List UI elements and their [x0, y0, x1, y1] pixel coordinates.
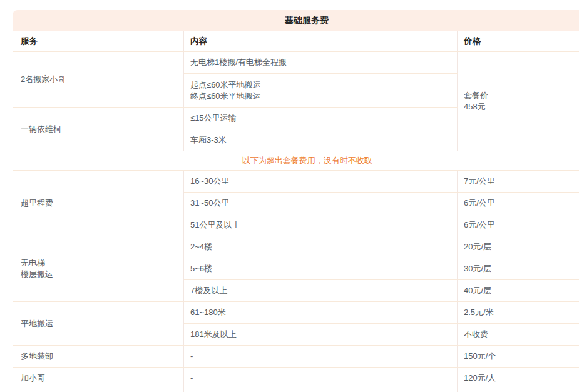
service-cell: 超里程费 [13, 171, 184, 236]
content-cell: 51公里及以上 [184, 214, 458, 236]
price-cell: 2.5元/米 [458, 302, 579, 324]
service-cell: 无电梯 楼层搬运 [13, 236, 184, 302]
price-cell: 150元/个 [458, 346, 579, 368]
table-row: 加小哥 - 120元/人 [13, 368, 579, 389]
price-cell: 20元/层 [458, 236, 579, 258]
page-title: 基础服务费 [285, 15, 329, 26]
table-row-partial [13, 389, 579, 392]
price-cell: 120元/人 [458, 368, 579, 389]
service-cell: 一辆依维柯 [13, 108, 184, 151]
column-header-row: 服务 内容 价格 [13, 31, 579, 52]
price-cell: 30元/层 [458, 258, 579, 280]
service-cell: 加小哥 [13, 368, 184, 389]
column-header-content: 内容 [184, 31, 458, 52]
table-row: 无电梯 楼层搬运 2~4楼 20元/层 [13, 236, 579, 258]
card-title-bar: 基础服务费 [13, 10, 579, 31]
service-cell: 2名搬家小哥 [13, 52, 184, 108]
content-cell: 车厢3-3米 [184, 129, 458, 151]
pricing-card: 基础服务费 服务 内容 价格 2名搬家小哥 无电梯1楼搬/有电梯全程搬 套餐价 … [13, 10, 579, 392]
content-cell: 181米及以上 [184, 324, 458, 346]
service-cell: 平地搬运 [13, 302, 184, 346]
content-cell: 31~50公里 [184, 193, 458, 214]
notice-text: 以下为超出套餐费用，没有时不收取 [13, 151, 579, 171]
package-price-cell: 套餐价 458元 [458, 52, 579, 151]
price-cell: 7元/公里 [458, 171, 579, 193]
table-row: 2名搬家小哥 无电梯1楼搬/有电梯全程搬 套餐价 458元 [13, 52, 579, 74]
price-cell: 40元/层 [458, 280, 579, 302]
table-row: 多地装卸 - 150元/个 [13, 346, 579, 368]
content-cell: - [184, 368, 458, 389]
table-row: 平地搬运 61~180米 2.5元/米 [13, 302, 579, 324]
content-cell: 7楼及以上 [184, 280, 458, 302]
notice-row: 以下为超出套餐费用，没有时不收取 [13, 151, 579, 171]
price-cell: 6元/公里 [458, 214, 579, 236]
content-cell: ≤15公里运输 [184, 108, 458, 129]
price-cell [458, 389, 579, 392]
price-cell: 6元/公里 [458, 193, 579, 214]
content-cell [184, 389, 458, 392]
content-cell: - [184, 346, 458, 368]
price-cell: 不收费 [458, 324, 579, 346]
content-cell: 起点≤60米平地搬运 终点≤60米平地搬运 [184, 74, 458, 108]
pricing-table: 服务 内容 价格 2名搬家小哥 无电梯1楼搬/有电梯全程搬 套餐价 458元 起… [13, 31, 579, 392]
column-header-service: 服务 [13, 31, 184, 52]
content-cell: 5~6楼 [184, 258, 458, 280]
content-cell: 16~30公里 [184, 171, 458, 193]
content-cell: 2~4楼 [184, 236, 458, 258]
content-cell: 无电梯1楼搬/有电梯全程搬 [184, 52, 458, 74]
content-cell: 61~180米 [184, 302, 458, 324]
service-cell: 多地装卸 [13, 346, 184, 368]
service-cell [13, 389, 184, 392]
column-header-price: 价格 [458, 31, 579, 52]
table-row: 超里程费 16~30公里 7元/公里 [13, 171, 579, 193]
